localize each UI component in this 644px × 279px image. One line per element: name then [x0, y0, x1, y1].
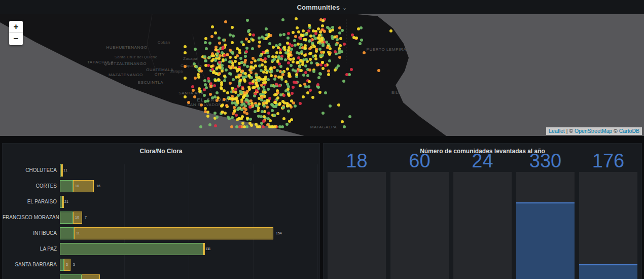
community-marker[interactable] — [262, 120, 265, 123]
community-marker[interactable] — [231, 116, 234, 119]
community-marker[interactable] — [263, 115, 266, 118]
community-marker[interactable] — [338, 31, 341, 34]
community-marker[interactable] — [267, 78, 270, 81]
community-marker[interactable] — [279, 33, 282, 37]
community-marker[interactable] — [275, 51, 278, 54]
community-marker[interactable] — [308, 24, 311, 27]
community-marker[interactable] — [258, 76, 261, 79]
community-marker[interactable] — [206, 115, 209, 118]
community-marker[interactable] — [204, 110, 207, 113]
community-marker[interactable] — [223, 89, 226, 92]
community-marker[interactable] — [290, 118, 293, 121]
community-marker[interactable] — [228, 65, 231, 68]
community-marker[interactable] — [213, 84, 216, 87]
community-marker[interactable] — [213, 112, 217, 115]
community-marker[interactable] — [244, 75, 247, 78]
community-marker[interactable] — [258, 64, 261, 67]
community-marker[interactable] — [321, 67, 325, 70]
community-marker[interactable] — [273, 85, 276, 88]
community-marker[interactable] — [282, 106, 285, 109]
community-marker[interactable] — [276, 112, 279, 115]
community-marker[interactable] — [309, 58, 312, 61]
community-marker[interactable] — [236, 47, 239, 50]
community-marker[interactable] — [246, 19, 249, 22]
community-marker[interactable] — [244, 59, 247, 62]
community-marker[interactable] — [315, 50, 318, 53]
community-marker[interactable] — [287, 61, 290, 64]
community-marker[interactable] — [264, 91, 267, 94]
community-marker[interactable] — [257, 58, 260, 61]
community-marker[interactable] — [274, 55, 277, 58]
community-marker[interactable] — [339, 44, 342, 47]
community-marker[interactable] — [231, 97, 234, 100]
community-marker[interactable] — [304, 47, 307, 50]
community-marker[interactable] — [204, 100, 207, 103]
community-marker[interactable] — [232, 112, 235, 115]
community-marker[interactable] — [245, 98, 248, 101]
community-marker[interactable] — [263, 104, 266, 108]
community-marker[interactable] — [191, 85, 194, 88]
community-marker[interactable] — [264, 76, 267, 79]
community-marker[interactable] — [327, 73, 330, 76]
community-marker[interactable] — [250, 76, 253, 79]
leaflet-link[interactable]: Leaflet — [549, 128, 565, 134]
community-marker[interactable] — [328, 59, 331, 62]
community-marker[interactable] — [265, 27, 268, 30]
community-marker[interactable] — [306, 74, 309, 77]
community-marker[interactable] — [214, 124, 217, 127]
community-marker[interactable] — [244, 72, 247, 75]
community-marker[interactable] — [203, 94, 206, 97]
community-marker[interactable] — [300, 43, 303, 46]
community-marker[interactable] — [278, 84, 281, 87]
community-marker[interactable] — [271, 103, 274, 107]
community-marker[interactable] — [270, 84, 273, 87]
community-marker[interactable] — [244, 108, 247, 111]
community-marker[interactable] — [264, 57, 267, 60]
community-marker[interactable] — [258, 102, 261, 106]
community-marker[interactable] — [279, 51, 282, 54]
community-marker[interactable] — [339, 37, 342, 40]
map-base-layer[interactable] — [0, 14, 644, 136]
community-marker[interactable] — [251, 47, 254, 50]
community-marker[interactable] — [248, 106, 252, 109]
community-marker[interactable] — [321, 24, 324, 27]
community-marker[interactable] — [204, 64, 207, 67]
community-marker[interactable] — [218, 42, 221, 45]
community-marker[interactable] — [204, 37, 207, 40]
community-marker[interactable] — [324, 64, 327, 67]
community-marker[interactable] — [252, 39, 255, 42]
community-marker[interactable] — [265, 101, 268, 104]
community-marker[interactable] — [254, 92, 257, 95]
community-marker[interactable] — [203, 55, 206, 58]
community-marker[interactable] — [208, 42, 211, 45]
community-marker[interactable] — [283, 48, 287, 51]
community-marker[interactable] — [267, 112, 270, 115]
community-marker[interactable] — [187, 101, 190, 104]
community-marker[interactable] — [249, 118, 252, 121]
community-marker[interactable] — [228, 117, 231, 120]
community-marker[interactable] — [255, 89, 258, 92]
community-marker[interactable] — [289, 51, 292, 54]
community-marker[interactable] — [320, 39, 324, 42]
community-marker[interactable] — [241, 122, 244, 125]
community-marker[interactable] — [301, 60, 304, 63]
community-marker[interactable] — [221, 64, 224, 67]
community-marker[interactable] — [287, 37, 290, 40]
community-marker[interactable] — [296, 61, 299, 64]
community-marker[interactable] — [249, 65, 253, 68]
community-marker[interactable] — [291, 92, 294, 95]
community-marker[interactable] — [209, 82, 212, 85]
community-marker[interactable] — [241, 69, 244, 73]
community-marker[interactable] — [250, 61, 253, 64]
community-marker[interactable] — [303, 83, 306, 86]
community-marker[interactable] — [286, 67, 289, 71]
community-marker[interactable] — [297, 30, 300, 33]
community-marker[interactable] — [296, 51, 299, 54]
community-marker[interactable] — [254, 110, 257, 113]
community-marker[interactable] — [281, 125, 284, 128]
zoom-in-button[interactable]: + — [9, 21, 23, 33]
community-marker[interactable] — [294, 44, 297, 47]
community-marker[interactable] — [212, 70, 216, 73]
community-marker[interactable] — [221, 111, 224, 114]
community-marker[interactable] — [235, 114, 238, 117]
